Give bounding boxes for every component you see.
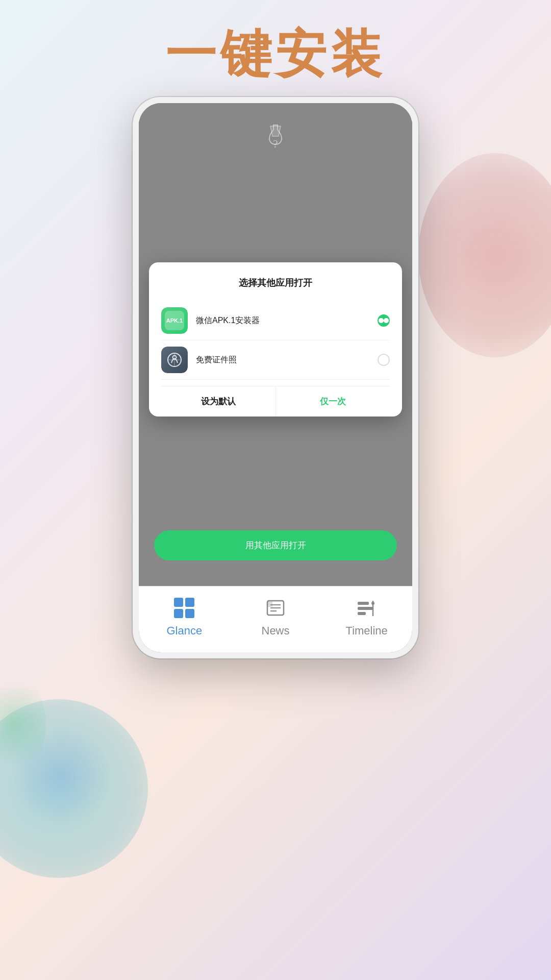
apk-app-icon: APK.1 xyxy=(161,307,188,334)
apk-icon-label: APK.1 xyxy=(165,311,184,330)
dialog-overlay: 选择其他应用打开 APK.1 微信APK.1安装器 xyxy=(139,103,412,576)
cert-icon-wrapper xyxy=(161,347,188,373)
news-tab-icon xyxy=(262,595,289,621)
glance-tab-label: Glance xyxy=(166,624,202,638)
cert-radio-unselected[interactable] xyxy=(378,354,390,366)
set-default-button[interactable]: 设为默认 xyxy=(161,386,276,416)
apk-radio-selected[interactable] xyxy=(378,314,390,327)
phone-screen: 中国移动 📶 ⏰ HD 🔋 11% 12:30 ‹ ··· ? xyxy=(139,103,412,652)
dialog-actions: 设为默认 仅一次 xyxy=(161,386,390,416)
dialog-container: 选择其他应用打开 APK.1 微信APK.1安装器 xyxy=(149,262,402,416)
cert-app-icon xyxy=(161,347,188,373)
glance-sq1 xyxy=(174,598,183,607)
svg-point-15 xyxy=(371,602,374,605)
glance-grid-icon xyxy=(174,598,194,618)
phone-mockup: 中国移动 📶 ⏰ HD 🔋 11% 12:30 ‹ ··· ? xyxy=(133,97,418,658)
glance-tab-icon xyxy=(171,595,197,621)
timeline-tab-icon xyxy=(354,595,380,621)
news-tab-label: News xyxy=(262,624,290,638)
bg-blob-pink xyxy=(418,153,551,357)
app-bottom-tab-bar: Glance News xyxy=(139,586,412,652)
svg-rect-12 xyxy=(358,607,373,610)
once-button[interactable]: 仅一次 xyxy=(276,386,390,416)
screen-content-area: ? 选择其他应用打开 APK.1 微信APK.1安装器 xyxy=(139,103,412,576)
tab-glance[interactable]: Glance xyxy=(139,595,230,638)
page-title: 一键安装 xyxy=(0,20,551,89)
cert-option-name: 免费证件照 xyxy=(196,355,378,365)
timeline-tab-label: Timeline xyxy=(346,624,388,638)
open-with-button[interactable]: 用其他应用打开 xyxy=(154,530,397,560)
dialog-title: 选择其他应用打开 xyxy=(161,277,390,289)
svg-rect-11 xyxy=(358,602,369,605)
svg-rect-10 xyxy=(267,601,272,607)
tab-timeline[interactable]: Timeline xyxy=(321,595,412,638)
tab-news[interactable]: News xyxy=(230,595,321,638)
apk-icon-wrapper: APK.1 xyxy=(161,307,188,334)
svg-rect-13 xyxy=(358,612,366,615)
apk-option-name: 微信APK.1安装器 xyxy=(196,315,378,326)
dialog-option-cert[interactable]: 免费证件照 xyxy=(161,340,390,380)
glance-sq4 xyxy=(185,609,194,618)
glance-sq2 xyxy=(185,598,194,607)
dialog-option-apk[interactable]: APK.1 微信APK.1安装器 xyxy=(161,301,390,340)
glance-sq3 xyxy=(174,609,183,618)
